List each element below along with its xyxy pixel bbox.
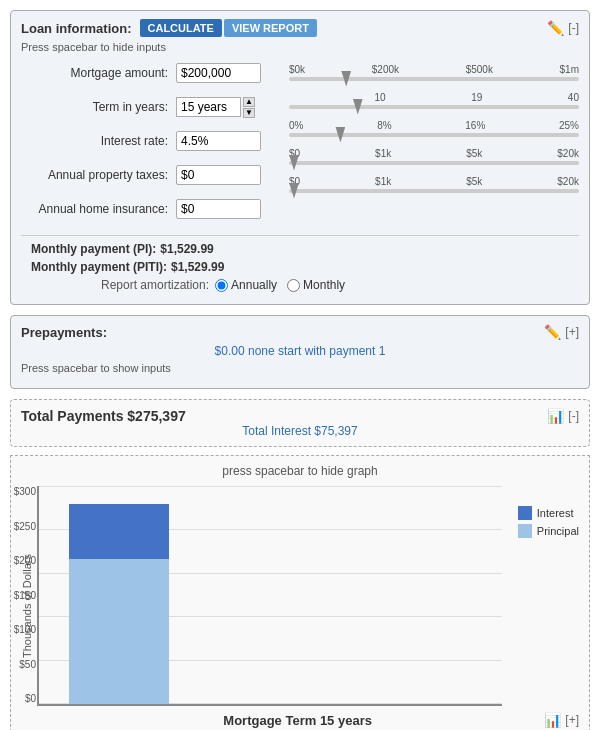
term-slider-thumb[interactable] (353, 99, 363, 115)
calculate-button[interactable]: CALCULATE (140, 19, 222, 37)
chart-legend: Interest Principal (518, 506, 579, 538)
legend-interest-label: Interest (537, 507, 574, 519)
y-label-100: $100 (1, 624, 36, 635)
tax-slider-container: $0 $1k $5k $20k (289, 148, 579, 167)
rate-slider-track[interactable] (289, 133, 579, 137)
legend-principal: Principal (518, 524, 579, 538)
inputs-sliders-area: Mortgage amount: Term in years: ▲ ▼ (21, 59, 579, 229)
tax-label-3: $20k (557, 148, 579, 159)
term-slider-labels: 10 19 40 (289, 92, 579, 103)
amort-monthly-option[interactable]: Monthly (287, 278, 345, 292)
collapse-icon[interactable]: [-] (568, 21, 579, 35)
tax-input[interactable] (176, 165, 261, 185)
mortgage-slider-labels: $0k $200k $500k $1m (289, 64, 579, 75)
term-slider-row: 10 19 40 (289, 87, 579, 115)
y-label-300: $300 (1, 486, 36, 497)
mortgage-row: Mortgage amount: (21, 59, 281, 87)
tax-label: Annual property taxes: (21, 168, 176, 182)
term-slider-container: 10 19 40 (289, 92, 579, 111)
tax-label-1: $1k (375, 148, 391, 159)
insurance-input[interactable] (176, 199, 261, 219)
rate-row: Interest rate: (21, 127, 281, 155)
y-label-250: $250 (1, 521, 36, 532)
insurance-label-1: $1k (375, 176, 391, 187)
prepayments-title: Prepayments: (21, 325, 107, 340)
mortgage-label-2: $500k (466, 64, 493, 75)
totals-header: Total Payments $275,397 📊 [-] (21, 408, 579, 424)
totals-header-icons: 📊 [-] (547, 408, 579, 424)
legend-principal-color (518, 524, 532, 538)
chart-area: $300 $250 $200 $150 $100 $50 $0 (37, 486, 502, 706)
prepayments-section: Prepayments: ✏️ [+] $0.00 none start wit… (10, 315, 590, 389)
amort-annually-radio[interactable] (215, 279, 228, 292)
chart-inner: $300 $250 $200 $150 $100 $50 $0 (37, 486, 502, 706)
insurance-label: Annual home insurance: (21, 202, 176, 216)
bar-principal (69, 559, 169, 704)
insurance-slider-labels: $0 $1k $5k $20k (289, 176, 579, 187)
payment-piti-label: Monthly payment (PITI): (31, 260, 167, 274)
amort-annually-option[interactable]: Annually (215, 278, 277, 292)
chart-footer-title: Mortgage Term 15 years (51, 713, 544, 728)
rate-slider-thumb[interactable] (335, 127, 345, 143)
mortgage-slider-container: $0k $200k $500k $1m (289, 64, 579, 83)
insurance-row: Annual home insurance: (21, 195, 281, 223)
y-label-50: $50 (1, 659, 36, 670)
term-wrapper: ▲ ▼ (176, 97, 255, 118)
insurance-label-3: $20k (557, 176, 579, 187)
y-label-150: $150 (1, 590, 36, 601)
mortgage-label-0: $0k (289, 64, 305, 75)
sliders-column: $0k $200k $500k $1m (281, 59, 579, 229)
rate-slider-labels: 0% 8% 16% 25% (289, 120, 579, 131)
loan-spacebar-hint: Press spacebar to hide inputs (21, 41, 579, 53)
legend-interest-color (518, 506, 532, 520)
rate-label-3: 25% (559, 120, 579, 131)
chart-expand-icon[interactable]: [+] (565, 713, 579, 727)
tax-label-2: $5k (466, 148, 482, 159)
loan-section: Loan information: CALCULATE VIEW REPORT … (10, 10, 590, 305)
chart-footer: Mortgage Term 15 years 📊 [+] (21, 712, 579, 728)
rate-label-1: 8% (377, 120, 391, 131)
bar-interest (69, 504, 169, 559)
term-label-1: 10 (375, 92, 386, 103)
mortgage-slider-thumb[interactable] (341, 71, 351, 87)
edit-icon[interactable]: ✏️ (547, 20, 564, 36)
legend-interest: Interest (518, 506, 579, 520)
prepayments-header: Prepayments: ✏️ [+] (21, 324, 579, 340)
total-payments-label: Total Payments $275,397 (21, 408, 186, 424)
prepayments-expand-icon[interactable]: [+] (565, 325, 579, 339)
tax-slider-track[interactable] (289, 161, 579, 165)
insurance-slider-track[interactable] (289, 189, 579, 193)
bar-group (69, 504, 169, 704)
amort-radio-group: Annually Monthly (215, 278, 345, 292)
term-input[interactable] (176, 97, 241, 117)
loan-title-row: Loan information: CALCULATE VIEW REPORT (21, 19, 317, 37)
prepayments-info: $0.00 none start with payment 1 (21, 344, 579, 358)
payment-piti-value: $1,529.99 (171, 260, 224, 274)
totals-section: Total Payments $275,397 📊 [-] Total Inte… (10, 399, 590, 447)
totals-collapse-icon[interactable]: [-] (568, 409, 579, 423)
insurance-slider-thumb[interactable] (289, 183, 299, 199)
tax-slider-thumb[interactable] (289, 155, 299, 171)
rate-label: Interest rate: (21, 134, 176, 148)
mortgage-input[interactable] (176, 63, 261, 83)
chart-spacebar-hint: press spacebar to hide graph (21, 464, 579, 478)
chart-footer-icons: 📊 [+] (544, 712, 579, 728)
rate-input[interactable] (176, 131, 261, 151)
mortgage-slider-track[interactable] (289, 77, 579, 81)
chart-container: Thousands of Dollars $300 $250 $200 $150… (21, 486, 579, 706)
term-down-button[interactable]: ▼ (243, 108, 255, 118)
term-up-button[interactable]: ▲ (243, 97, 255, 107)
payment-pi-label: Monthly payment (PI): (31, 242, 156, 256)
view-report-button[interactable]: VIEW REPORT (224, 19, 317, 37)
term-slider-track[interactable] (289, 105, 579, 109)
amort-monthly-radio[interactable] (287, 279, 300, 292)
prepayments-edit-icon[interactable]: ✏️ (544, 324, 561, 340)
payment-pi-row: Monthly payment (PI): $1,529.99 (21, 242, 579, 256)
mortgage-label: Mortgage amount: (21, 66, 176, 80)
tax-slider-labels: $0 $1k $5k $20k (289, 148, 579, 159)
amort-annually-label: Annually (231, 278, 277, 292)
y-label-200: $200 (1, 555, 36, 566)
mortgage-label-3: $1m (560, 64, 579, 75)
insurance-slider-container: $0 $1k $5k $20k (289, 176, 579, 195)
amortization-row: Report amortization: Annually Monthly (21, 278, 579, 292)
